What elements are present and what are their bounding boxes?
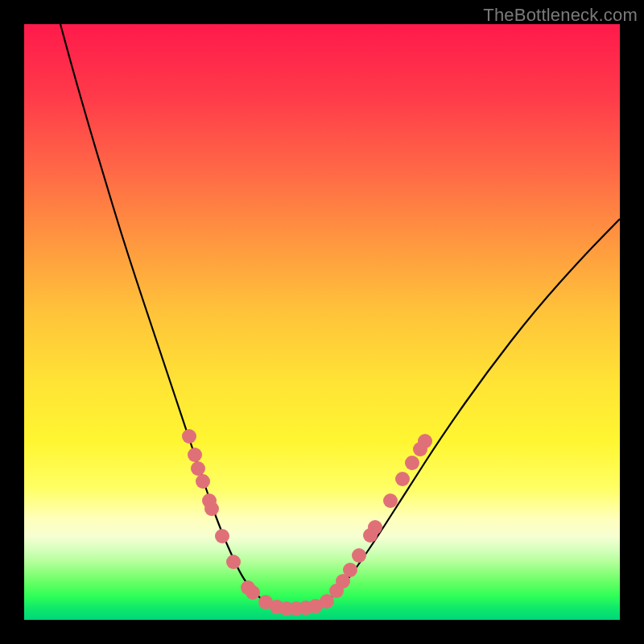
marker-dot <box>204 502 219 516</box>
marker-dot <box>191 461 205 476</box>
marker-dot <box>383 493 398 508</box>
plot-area <box>24 24 620 620</box>
marker-dot <box>343 563 357 577</box>
chart-frame: TheBottleneck.com <box>0 0 644 644</box>
right-curve <box>320 219 620 605</box>
marker-dot <box>196 474 210 489</box>
left-curve <box>60 24 272 605</box>
marker-dot <box>418 434 432 448</box>
chart-svg <box>24 24 620 620</box>
marker-group <box>182 429 432 616</box>
marker-dot <box>405 456 419 470</box>
marker-dot <box>188 448 202 462</box>
marker-dot <box>246 585 260 600</box>
marker-dot <box>368 520 382 535</box>
marker-dot <box>182 429 196 444</box>
marker-dot <box>352 548 366 563</box>
marker-dot <box>226 555 241 569</box>
marker-dot <box>395 472 410 486</box>
marker-dot <box>215 529 229 543</box>
watermark-text: TheBottleneck.com <box>483 5 638 26</box>
